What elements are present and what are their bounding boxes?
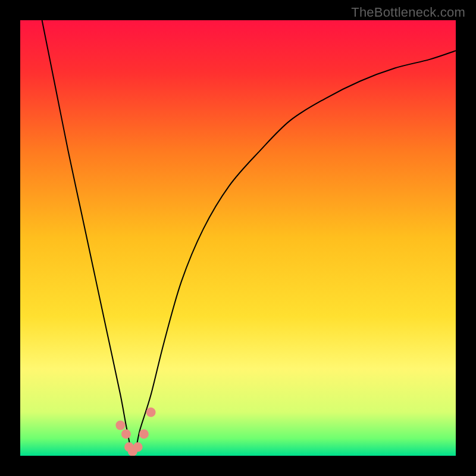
valley-point <box>115 421 125 430</box>
valley-point <box>139 429 149 439</box>
chart-svg <box>20 20 456 456</box>
valley-point <box>121 429 131 439</box>
watermark-text: TheBottleneck.com <box>351 5 465 20</box>
chart-background <box>20 20 456 456</box>
valley-point <box>146 408 156 417</box>
chart-frame: TheBottleneck.com <box>0 0 476 476</box>
valley-point <box>133 442 143 452</box>
plot-area <box>20 20 456 456</box>
